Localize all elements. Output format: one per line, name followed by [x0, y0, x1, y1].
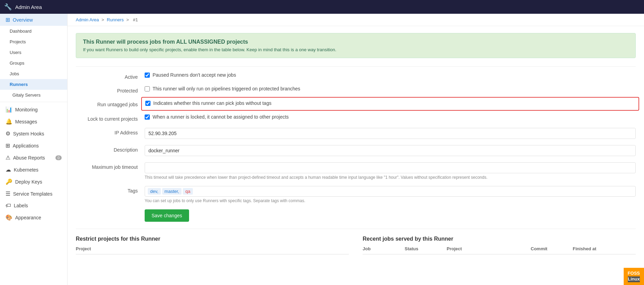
templates-icon: ☰: [6, 190, 10, 197]
sidebar-item-overview[interactable]: ⊞ Overview: [0, 14, 67, 26]
sidebar-users-label: Users: [10, 50, 21, 55]
form-row-lock: Lock to current projects When a runner i…: [76, 114, 636, 122]
info-box-description: If you want Runners to build only specif…: [83, 47, 629, 52]
sidebar-item-deploy-keys[interactable]: 🔑 Deploy Keys: [0, 176, 67, 188]
sidebar-item-projects[interactable]: Projects: [0, 36, 67, 47]
sidebar-jobs-label: Jobs: [10, 71, 19, 76]
sidebar-messages-label: Messages: [15, 119, 37, 124]
tags-input[interactable]: dev, master, qa: [145, 186, 636, 197]
lock-checkbox[interactable]: [145, 114, 150, 120]
recent-col-finished: Finished at: [573, 246, 636, 251]
protected-label: Protected: [76, 86, 145, 94]
grid-icon: ⊞: [6, 17, 10, 23]
active-checkbox-label[interactable]: Paused Runners don't accept new jobs: [153, 72, 236, 78]
save-changes-button[interactable]: Save changes: [145, 209, 189, 222]
recent-col-commit: Commit: [531, 246, 573, 251]
description-label: Description: [76, 145, 145, 153]
description-input[interactable]: [145, 145, 636, 156]
kubernetes-icon: ☁: [6, 166, 11, 173]
protected-checkbox[interactable]: [145, 86, 150, 91]
sidebar-abuse-label: Abuse Reports: [13, 155, 45, 161]
sidebar-item-abuse-reports[interactable]: ⚠ Abuse Reports 0: [0, 152, 67, 164]
active-checkbox[interactable]: [145, 73, 150, 78]
sidebar: ⊞ Overview Dashboard Projects Users Grou…: [0, 14, 67, 285]
runner-form: Active Paused Runners don't accept new j…: [76, 66, 636, 254]
sidebar-item-system-hooks[interactable]: ⚙ System Hooks: [0, 128, 67, 140]
run-untagged-label: Run untagged jobs: [76, 100, 145, 107]
sidebar-item-applications[interactable]: ⊞ Applications: [0, 140, 67, 152]
sidebar-item-users[interactable]: Users: [0, 47, 67, 58]
recent-col-job: Job: [363, 246, 405, 251]
sidebar-appearance-label: Appearance: [15, 215, 41, 220]
lock-check: When a runner is locked, it cannot be as…: [145, 114, 636, 120]
breadcrumb-current: #1: [133, 17, 138, 22]
appearance-icon: 🎨: [6, 214, 12, 221]
main-content: Admin Area > Runners > #1 This Runner wi…: [67, 14, 644, 285]
messages-icon: 🔔: [6, 118, 12, 125]
tag-master: master,: [162, 188, 182, 195]
timeout-input[interactable]: [145, 162, 636, 173]
recent-col-status: Status: [405, 246, 447, 251]
sidebar-item-jobs[interactable]: Jobs: [0, 68, 67, 79]
sidebar-item-appearance[interactable]: 🎨 Appearance: [0, 211, 67, 223]
breadcrumb-sep2: >: [126, 17, 130, 22]
run-untagged-highlighted: Indicates whether this runner can pick j…: [141, 97, 639, 111]
protected-checkbox-label[interactable]: This runner will only run on pipelines t…: [153, 86, 300, 91]
lock-label: Lock to current projects: [76, 114, 145, 122]
sidebar-projects-label: Projects: [10, 39, 26, 44]
sidebar-item-labels[interactable]: 🏷 Labels: [0, 200, 67, 211]
restrict-title: Restrict projects for this Runner: [76, 236, 349, 242]
breadcrumb-admin[interactable]: Admin Area: [76, 17, 99, 22]
sidebar-item-kubernetes[interactable]: ☁ Kubernetes: [0, 164, 67, 176]
form-row-timeout: Maximum job timeout This timeout will ta…: [76, 162, 636, 180]
sidebar-item-monitoring[interactable]: 📊 Monitoring: [0, 103, 67, 116]
form-row-active: Active Paused Runners don't accept new j…: [76, 72, 636, 80]
active-control: Paused Runners don't accept new jobs: [145, 72, 636, 79]
sidebar-item-messages[interactable]: 🔔 Messages: [0, 116, 67, 128]
top-bar: 🔧 Admin Area: [0, 0, 644, 14]
description-control: [145, 145, 636, 156]
run-untagged-checkbox[interactable]: [145, 101, 150, 106]
active-check: Paused Runners don't accept new jobs: [145, 72, 636, 78]
tags-label: Tags: [76, 186, 145, 194]
sidebar-service-templates-label: Service Templates: [13, 191, 52, 197]
sidebar-item-dashboard[interactable]: Dashboard: [0, 26, 67, 36]
info-box-title: This Runner will process jobs from ALL U…: [83, 39, 629, 45]
sidebar-monitoring-label: Monitoring: [15, 107, 38, 112]
timeout-label: Maximum job timeout: [76, 162, 145, 170]
sidebar-item-groups[interactable]: Groups: [0, 58, 67, 68]
abuse-icon: ⚠: [6, 154, 10, 161]
breadcrumb-runners[interactable]: Runners: [107, 17, 124, 22]
tag-dev: dev,: [148, 188, 161, 195]
sidebar-gitaly-label: Gitaly Servers: [12, 92, 41, 98]
run-untagged-control: Indicates whether this runner can pick j…: [145, 100, 636, 108]
top-bar-title: Admin Area: [15, 4, 42, 10]
run-untagged-checkbox-label[interactable]: Indicates whether this runner can pick j…: [153, 100, 271, 106]
sidebar-item-gitaly[interactable]: Gitaly Servers: [0, 90, 67, 100]
sidebar-dashboard-label: Dashboard: [10, 29, 32, 34]
recent-section: Recent jobs served by this Runner Job St…: [363, 236, 636, 254]
applications-icon: ⊞: [6, 142, 10, 149]
key-icon: 🔑: [6, 178, 12, 185]
sidebar-item-runners[interactable]: Runners: [0, 79, 67, 90]
foss-badge: FOSS Linux: [624, 268, 644, 285]
sidebar-item-service-templates[interactable]: ☰ Service Templates: [0, 188, 67, 200]
info-box: This Runner will process jobs from ALL U…: [76, 33, 636, 58]
restrict-table-header: Project: [76, 246, 349, 254]
ip-input[interactable]: [145, 128, 636, 139]
sidebar-groups-label: Groups: [10, 61, 24, 66]
lock-checkbox-label[interactable]: When a runner is locked, it cannot be as…: [153, 114, 289, 120]
page-content: This Runner will process jobs from ALL U…: [67, 26, 644, 261]
monitoring-icon: 📊: [6, 106, 12, 113]
breadcrumb: Admin Area > Runners > #1: [67, 14, 644, 26]
form-row-description: Description: [76, 145, 636, 156]
timeout-hint: This timeout will take precedence when l…: [145, 175, 636, 180]
admin-icon: 🔧: [4, 3, 12, 11]
bottom-sections: Restrict projects for this Runner Projec…: [76, 229, 636, 254]
sidebar-applications-label: Applications: [13, 143, 39, 149]
restrict-col-project: Project: [76, 246, 349, 251]
ip-label: IP Address: [76, 128, 145, 135]
recent-title: Recent jobs served by this Runner: [363, 236, 636, 242]
recent-col-project: Project: [447, 246, 531, 251]
breadcrumb-sep1: >: [102, 17, 105, 22]
